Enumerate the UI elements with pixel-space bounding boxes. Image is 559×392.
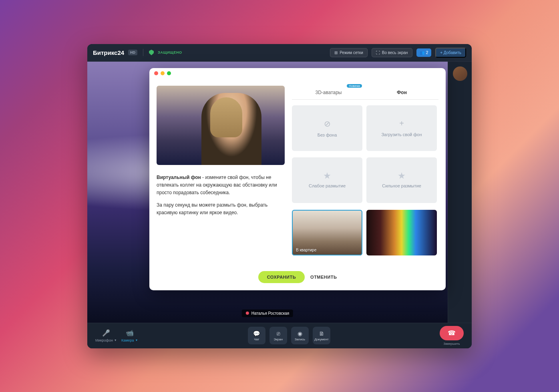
document-button[interactable]: 🗎 Документ [313, 327, 330, 344]
no-background-icon: ⊘ [324, 119, 331, 129]
participants-sidebar [448, 62, 472, 323]
end-call-button[interactable]: ☎ [440, 326, 464, 340]
document-label: Документ [314, 338, 329, 341]
desc-text2: За пару секунд вы можете размыть фон, вы… [157, 201, 285, 217]
screen-label: Экран [274, 338, 283, 341]
divider [143, 49, 143, 56]
phone-hangup-icon: ☎ [448, 329, 456, 337]
maximize-icon[interactable] [167, 71, 171, 75]
desc-bold: Виртуальный фон [157, 175, 201, 180]
mic-label: Микрофон [95, 338, 113, 342]
option-strong-blur[interactable]: Сильное размытие [366, 157, 437, 203]
star-icon [324, 172, 331, 179]
camera-button[interactable]: 📹 Камера▼ [121, 329, 139, 342]
modal-left-column: Виртуальный фон - измените свой фон, что… [157, 86, 285, 258]
app-logo: Битрикс24 [93, 49, 124, 56]
minimize-icon[interactable] [161, 71, 165, 75]
chat-button[interactable]: 💬 Чат [248, 327, 265, 344]
grid-mode-label: Режим сетки [340, 50, 363, 55]
option-upload-background[interactable]: + Загрузить свой фон [366, 105, 437, 151]
tab-avatars[interactable]: 3D-аватары Новинка [292, 86, 365, 99]
participant-name-badge: Наталья Ростовская [242, 310, 293, 317]
option-upload-label: Загрузить свой фон [381, 132, 422, 137]
close-icon[interactable] [154, 71, 158, 75]
save-button[interactable]: СОХРАНИТЬ [258, 271, 305, 283]
microphone-icon: 🎤 [102, 329, 110, 337]
option-none-label: Без фона [318, 133, 337, 137]
modal-tabs: 3D-аватары Новинка Фон [292, 86, 438, 100]
chat-icon: 💬 [253, 330, 260, 337]
microphone-button[interactable]: 🎤 Микрофон▼ [95, 329, 117, 342]
option-light-blur[interactable]: Слабое размытие [292, 157, 362, 203]
chevron-down-icon: ▼ [114, 339, 117, 342]
background-preview [157, 86, 285, 165]
star-icon [398, 172, 405, 179]
people-icon: 👥 [420, 50, 424, 55]
add-participant-button[interactable]: + Добавить [435, 48, 466, 58]
option-blur-light-label: Слабое размытие [309, 183, 346, 188]
chevron-down-icon: ▼ [135, 339, 138, 342]
topbar: Битрикс24 HD ЗАЩИЩЕНО ⊞ Режим сетки ⛶ Во… [87, 44, 472, 62]
document-icon: 🗎 [319, 330, 324, 337]
description: Виртуальный фон - измените свой фон, что… [157, 174, 285, 217]
shield-icon [149, 50, 154, 55]
end-label: Завершить [443, 342, 460, 346]
end-call-wrap: ☎ Завершить [440, 326, 464, 346]
modal-body: Виртуальный фон - измените свой фон, что… [149, 78, 446, 265]
fullscreen-label: Во весь экран [382, 50, 408, 55]
option-no-background[interactable]: ⊘ Без фона [292, 105, 362, 151]
option-apartment[interactable]: В квартире [292, 210, 362, 255]
fullscreen-icon: ⛶ [376, 50, 380, 55]
camera-icon: 📹 [126, 329, 134, 337]
modal-titlebar [149, 68, 446, 78]
screen-icon: ⎚ [277, 330, 280, 337]
protected-label: ЗАЩИЩЕНО [158, 50, 182, 54]
option-colorful[interactable] [366, 210, 437, 255]
grid-mode-button[interactable]: ⊞ Режим сетки [330, 48, 367, 57]
tab-avatars-label: 3D-аватары [316, 90, 342, 95]
mic-muted-icon [246, 312, 249, 315]
option-blur-strong-label: Сильное размытие [382, 183, 421, 188]
grid-icon: ⊞ [334, 50, 338, 55]
participants-number: 2 [426, 50, 428, 55]
record-button[interactable]: ◉ Запись [291, 327, 309, 344]
participant-name-text: Наталья Ростовская [251, 311, 289, 316]
call-controls: 🎤 Микрофон▼ 📹 Камера▼ 💬 Чат ⎚ Экран ◉ За… [87, 323, 472, 348]
center-controls: 💬 Чат ⎚ Экран ◉ Запись 🗎 Документ [248, 327, 330, 344]
screen-share-button[interactable]: ⎚ Экран [269, 327, 287, 344]
background-settings-modal: Виртуальный фон - измените свой фон, что… [149, 68, 446, 290]
modal-right-column: 3D-аватары Новинка Фон ⊘ Без фона + Загр… [292, 86, 438, 258]
option-apartment-label: В квартире [296, 248, 316, 252]
camera-label: Камера [121, 338, 134, 342]
background-options-grid: ⊘ Без фона + Загрузить свой фон Слабое р… [292, 105, 438, 258]
plus-icon: + [399, 119, 404, 128]
hd-badge: HD [128, 50, 137, 55]
record-label: Запись [295, 338, 305, 341]
fullscreen-button[interactable]: ⛶ Во весь экран [372, 48, 412, 57]
tab-background[interactable]: Фон [365, 86, 438, 99]
video-call-window: Битрикс24 HD ЗАЩИЩЕНО ⊞ Режим сетки ⛶ Во… [87, 44, 472, 348]
new-badge: Новинка [347, 84, 362, 88]
participant-avatar[interactable] [453, 66, 467, 81]
modal-footer: СОХРАНИТЬ ОТМЕНИТЬ [149, 265, 446, 290]
participants-count[interactable]: 👥 2 [416, 48, 432, 57]
record-icon: ◉ [298, 330, 302, 337]
cancel-button[interactable]: ОТМЕНИТЬ [310, 275, 337, 279]
chat-label: Чат [254, 338, 259, 341]
